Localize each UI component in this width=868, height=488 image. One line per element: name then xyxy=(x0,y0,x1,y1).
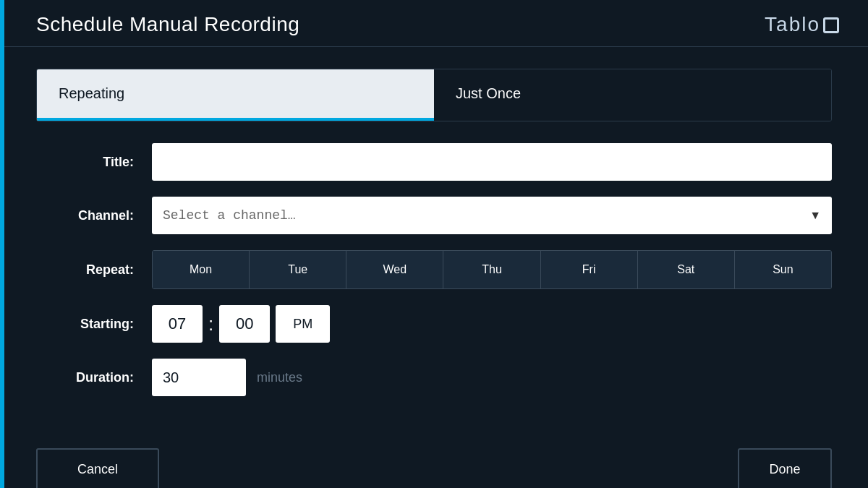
repeat-label: Repeat: xyxy=(36,262,152,278)
bottom-buttons: Cancel Done xyxy=(0,434,868,488)
logo-text: Tablo xyxy=(765,13,820,36)
title-row: Title: xyxy=(36,143,832,181)
time-hour-input[interactable] xyxy=(152,305,203,343)
cancel-button[interactable]: Cancel xyxy=(36,448,159,488)
tablo-logo: Tablo xyxy=(765,13,839,36)
tab-switcher: Repeating Just Once xyxy=(36,69,832,121)
repeat-row: Repeat: Mon Tue Wed Thu Fri Sat Sun xyxy=(36,250,832,289)
day-thu[interactable]: Thu xyxy=(443,251,540,288)
duration-row: Duration: minutes xyxy=(36,359,832,396)
starting-row: Starting: : PM xyxy=(36,305,832,343)
day-fri[interactable]: Fri xyxy=(541,251,638,288)
channel-select-wrapper: Select a channel… ▼ xyxy=(152,197,832,234)
days-container: Mon Tue Wed Thu Fri Sat Sun xyxy=(152,250,832,289)
day-sat[interactable]: Sat xyxy=(638,251,735,288)
channel-select[interactable]: Select a channel… xyxy=(152,197,832,234)
logo-box-icon xyxy=(823,17,839,33)
duration-unit: minutes xyxy=(257,370,302,385)
channel-label: Channel: xyxy=(36,208,152,223)
day-tue[interactable]: Tue xyxy=(250,251,346,288)
duration-label: Duration: xyxy=(36,370,152,385)
left-accent-bar xyxy=(0,0,4,488)
day-sun[interactable]: Sun xyxy=(735,251,831,288)
starting-label: Starting: xyxy=(36,317,152,332)
time-colon: : xyxy=(208,313,213,335)
tab-just-once[interactable]: Just Once xyxy=(434,69,831,121)
page-title: Schedule Manual Recording xyxy=(36,13,299,36)
time-container: : PM xyxy=(152,305,330,343)
duration-container: minutes xyxy=(152,359,302,396)
header: Schedule Manual Recording Tablo xyxy=(0,0,868,47)
channel-row: Channel: Select a channel… ▼ xyxy=(36,197,832,234)
ampm-toggle[interactable]: PM xyxy=(276,305,330,343)
title-label: Title: xyxy=(36,155,152,170)
main-content: Repeating Just Once Title: Channel: Sele… xyxy=(0,47,868,427)
day-mon[interactable]: Mon xyxy=(153,251,250,288)
tab-repeating[interactable]: Repeating xyxy=(37,69,434,121)
day-wed[interactable]: Wed xyxy=(346,251,443,288)
time-minute-input[interactable] xyxy=(219,305,270,343)
done-button[interactable]: Done xyxy=(738,448,832,488)
title-input[interactable] xyxy=(152,143,832,181)
duration-input[interactable] xyxy=(152,359,246,396)
